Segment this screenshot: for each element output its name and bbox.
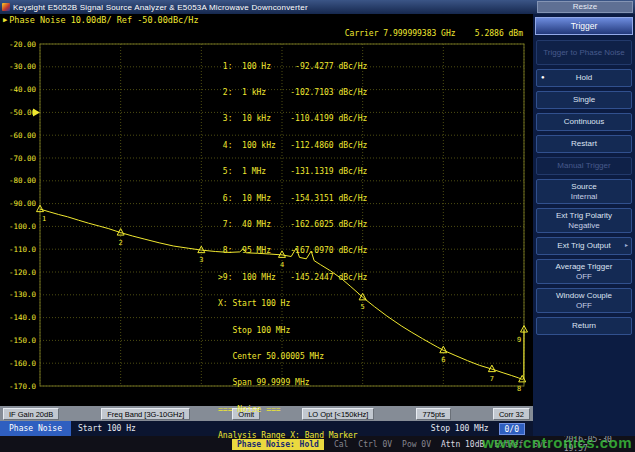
y-axis-tick-label: -160.0	[9, 359, 37, 368]
instrument-screen: Keysight E5052B Signal Source Analyzer &…	[0, 0, 635, 452]
phase-noise-plot: ▶ Phase Noise 10.00dB/ Ref -50.00dBc/Hz …	[0, 14, 533, 406]
y-axis-tick-label: -60.00	[9, 131, 37, 140]
y-axis-tick-label: -100.0	[9, 222, 37, 231]
readout-line: X: Start 100 Hz	[218, 300, 382, 309]
readout-line: 8: 95 MHz -167.0970 dBc/Hz	[218, 247, 382, 256]
trace-marker-1: 1	[37, 205, 47, 223]
readout-line: 2: 1 kHz -102.7103 dBc/Hz	[218, 89, 382, 98]
softkey-trigger-to-phase-noise: Trigger to Phase Noise	[536, 40, 632, 65]
y-axis-tick-label: -80.00	[9, 176, 37, 185]
softkey-return[interactable]: Return	[536, 317, 632, 335]
submenu-arrow-icon: ▸	[625, 241, 628, 251]
ref-level-arrow-icon	[33, 108, 40, 116]
softkey-continuous[interactable]: Continuous	[536, 113, 632, 131]
active-trace-icon: ▶	[3, 16, 7, 24]
readout-line: Span 99.9999 MHz	[218, 379, 382, 388]
selected-bullet-icon: ●	[541, 73, 545, 83]
app-icon	[2, 3, 10, 11]
softkey-hold[interactable]: ● Hold	[536, 69, 632, 87]
window-title: Keysight E5052B Signal Source Analyzer &…	[13, 3, 537, 12]
softkey-average-trigger[interactable]: Average Trigger OFF	[536, 259, 632, 284]
start-frequency-label: Start 100 Hz	[78, 424, 136, 433]
y-axis-tick-label: -140.0	[9, 313, 37, 322]
svg-text:3: 3	[199, 256, 203, 264]
softkey-ext-trig-polarity[interactable]: Ext Trig Polarity Negative	[536, 208, 632, 233]
y-axis-tick-label: -130.0	[9, 290, 37, 299]
softkey-menu: Trigger Trigger to Phase Noise ● Hold Si…	[533, 14, 635, 436]
readout-line: === Noise ===	[218, 406, 382, 415]
y-axis-tick-label: -170.0	[9, 382, 37, 391]
readout-line: >9: 100 MHz -145.2447 dBc/Hz	[218, 274, 382, 283]
softkey-single[interactable]: Single	[536, 91, 632, 109]
y-axis-tick-label: -20.00	[9, 40, 37, 49]
readout-line: 4: 100 kHz -112.4860 dBc/Hz	[218, 142, 382, 151]
readout-line: 3: 10 kHz -110.4199 dBc/Hz	[218, 115, 382, 124]
softkey-ext-trig-output[interactable]: Ext Trig Output ▸	[536, 237, 632, 255]
readout-line: Center 50.00005 MHz	[218, 353, 382, 362]
power-voltage-status: Pow 0V	[402, 440, 431, 449]
softkey-window-couple[interactable]: Window Couple OFF	[536, 288, 632, 313]
trace-tab-phase-noise[interactable]: Phase Noise	[0, 421, 71, 436]
y-axis-tick-label: -30.00	[9, 62, 37, 71]
softkey-manual-trigger: Manual Trigger	[536, 157, 632, 175]
title-bar: Keysight E5052B Signal Source Analyzer &…	[0, 0, 635, 14]
readout-line: Stop 100 MHz	[218, 327, 382, 336]
average-counter-badge: 0/0	[499, 423, 525, 435]
softkey-restart[interactable]: Restart	[536, 135, 632, 153]
readout-line: 6: 10 MHz -154.3151 dBc/Hz	[218, 195, 382, 204]
y-axis-tick-label: -120.0	[9, 268, 37, 277]
readout-line: Analysis Range X: Band Marker	[218, 432, 382, 441]
resize-button[interactable]: Resize	[537, 1, 633, 13]
svg-text:1: 1	[42, 215, 46, 223]
correlation-button[interactable]: Corr 32	[493, 408, 530, 420]
svg-text:7: 7	[490, 375, 494, 383]
y-axis-tick-label: -150.0	[9, 336, 37, 345]
watermark: www.cntronics.com	[482, 434, 632, 451]
marker-analysis-readout: 1: 100 Hz -92.4277 dBc/Hz 2: 1 kHz -102.…	[218, 45, 382, 452]
trace-marker-9: 9	[517, 326, 528, 344]
stop-frequency-label: Stop 100 MHz	[431, 424, 489, 433]
freq-band-button[interactable]: Freq Band [3G-10GHz]	[101, 408, 190, 420]
readout-line: 7: 40 MHz -162.6025 dBc/Hz	[218, 221, 382, 230]
points-button[interactable]: 775pts	[416, 408, 451, 420]
if-gain-button[interactable]: IF Gain 20dB	[3, 408, 59, 420]
attenuator-status: Attn 10dB	[441, 440, 484, 449]
softkey-source[interactable]: Source Internal	[536, 179, 632, 204]
scale-ref-label: Phase Noise 10.00dB/ Ref -50.00dBc/Hz	[9, 15, 198, 25]
plot-header: ▶ Phase Noise 10.00dB/ Ref -50.00dBc/Hz	[3, 15, 199, 25]
y-axis-tick-label: -50.00	[9, 108, 37, 117]
svg-text:8: 8	[517, 385, 521, 393]
y-axis-tick-label: -90.00	[9, 199, 37, 208]
y-axis-tick-label: -70.00	[9, 154, 37, 163]
svg-text:6: 6	[441, 356, 445, 364]
svg-text:9: 9	[517, 336, 521, 344]
readout-line: 5: 1 MHz -131.1319 dBc/Hz	[218, 168, 382, 177]
y-axis-tick-label: -110.0	[9, 245, 37, 254]
svg-text:2: 2	[119, 239, 123, 247]
carrier-readout: Carrier 7.999999383 GHz 5.2886 dBm	[345, 29, 523, 38]
menu-title: Trigger	[535, 17, 633, 35]
readout-line: 1: 100 Hz -92.4277 dBc/Hz	[218, 63, 382, 72]
y-axis-tick-label: -40.00	[9, 85, 37, 94]
